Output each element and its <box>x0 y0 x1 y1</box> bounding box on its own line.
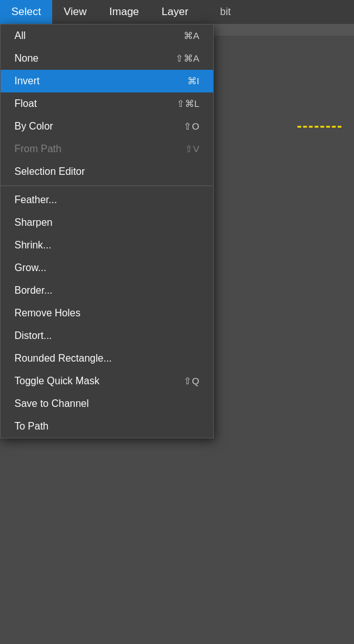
menu-item-border[interactable]: Border... <box>1 279 213 302</box>
app-bit-label: bit <box>220 6 231 18</box>
app-background: bit <box>214 0 354 644</box>
select-dropdown-menu: All ⌘A None ⇧⌘A Invert ⌘I Float ⇧⌘L By C… <box>0 24 214 438</box>
menu-item-save-to-channel[interactable]: Save to Channel <box>1 392 213 415</box>
menu-item-sharpen[interactable]: Sharpen <box>1 211 213 234</box>
menu-item-invert[interactable]: Invert ⌘I <box>1 70 213 92</box>
menu-bar-select[interactable]: Select <box>0 0 52 24</box>
menu-item-float[interactable]: Float ⇧⌘L <box>1 92 213 115</box>
selection-indicator <box>297 126 341 128</box>
app-top-bar: bit <box>214 0 354 24</box>
menu-item-all[interactable]: All ⌘A <box>1 25 213 47</box>
menu-item-to-path[interactable]: To Path <box>1 415 213 438</box>
menu-item-feather[interactable]: Feather... <box>1 189 213 211</box>
menu-bar-image[interactable]: Image <box>98 0 150 24</box>
menu-item-from-path: From Path ⇧V <box>1 138 213 160</box>
menu-separator-1 <box>1 186 213 186</box>
menu-item-distort[interactable]: Distort... <box>1 325 213 347</box>
menu-bar-view[interactable]: View <box>52 0 98 24</box>
menu-bar-layer[interactable]: Layer <box>150 0 200 24</box>
menu-item-toggle-quick-mask[interactable]: Toggle Quick Mask ⇧Q <box>1 370 213 392</box>
menu-item-remove-holes[interactable]: Remove Holes <box>1 302 213 325</box>
menu-item-rounded-rectangle[interactable]: Rounded Rectangle... <box>1 347 213 370</box>
canvas-ruler-horizontal <box>214 24 354 36</box>
menu-item-none[interactable]: None ⇧⌘A <box>1 47 213 70</box>
menu-item-shrink[interactable]: Shrink... <box>1 234 213 257</box>
menu-item-selection-editor[interactable]: Selection Editor <box>1 160 213 183</box>
menu-item-grow[interactable]: Grow... <box>1 257 213 279</box>
menu-item-by-color[interactable]: By Color ⇧O <box>1 115 213 138</box>
